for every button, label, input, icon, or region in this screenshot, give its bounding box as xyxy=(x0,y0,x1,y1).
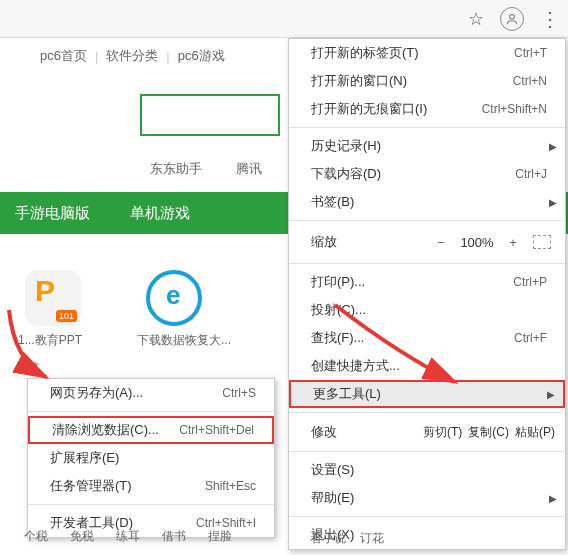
app-icon-recovery[interactable] xyxy=(146,270,202,326)
menu-item-create-shortcut[interactable]: 创建快捷方式... xyxy=(289,352,565,380)
tag-link[interactable]: 个税 xyxy=(20,525,52,547)
profile-avatar-icon[interactable] xyxy=(500,7,524,31)
tag-link[interactable]: 看小说 xyxy=(310,530,346,547)
menu-item-task-manager[interactable]: 任务管理器(T)Shift+Esc xyxy=(28,472,274,500)
menu-item-save-as[interactable]: 网页另存为(A)...Ctrl+S xyxy=(28,379,274,407)
chevron-right-icon: ▶ xyxy=(547,389,555,400)
menu-item-cast[interactable]: 投射(C)... xyxy=(289,296,565,324)
fullscreen-icon[interactable] xyxy=(533,235,551,249)
tag-link[interactable]: 练耳 xyxy=(112,525,144,547)
app-icon-ppt[interactable] xyxy=(25,270,81,326)
zoom-percent: 100% xyxy=(453,235,501,250)
site-nav-link[interactable]: pc6首页 xyxy=(40,47,87,65)
chevron-right-icon: ▶ xyxy=(549,493,557,504)
copy-button[interactable]: 复制(C) xyxy=(468,424,509,441)
menu-item-print[interactable]: 打印(P)...Ctrl+P xyxy=(289,268,565,296)
cut-button[interactable]: 剪切(T) xyxy=(423,424,462,441)
search-box[interactable] xyxy=(140,94,280,136)
menu-item-new-tab[interactable]: 打开新的标签页(T)Ctrl+T xyxy=(289,39,565,67)
helper-link[interactable]: 东东助手 xyxy=(150,161,202,176)
menu-item-help[interactable]: 帮助(E)▶ xyxy=(289,484,565,512)
menu-item-extensions[interactable]: 扩展程序(E) xyxy=(28,444,274,472)
menu-item-downloads[interactable]: 下载内容(D)Ctrl+J xyxy=(289,160,565,188)
chevron-right-icon: ▶ xyxy=(549,141,557,152)
paste-button[interactable]: 粘贴(P) xyxy=(515,424,555,441)
bookmark-star-icon[interactable]: ☆ xyxy=(468,8,484,30)
app-label: 下载数据恢复大... xyxy=(137,332,231,349)
category-tab[interactable]: 单机游戏 xyxy=(130,204,190,223)
bottom-tags: 个税 免税 练耳 借书 捏脸 xyxy=(20,525,236,547)
menu-item-incognito[interactable]: 打开新的无痕窗口(I)Ctrl+Shift+N xyxy=(289,95,565,123)
zoom-in-button[interactable]: + xyxy=(501,235,525,250)
bottom-tags: 看小说 订花 xyxy=(310,530,384,547)
chrome-menu-icon[interactable]: ⋮ xyxy=(540,7,558,31)
menu-item-more-tools[interactable]: 更多工具(L)▶ xyxy=(289,380,565,408)
tag-link[interactable]: 订花 xyxy=(360,530,384,547)
helper-link[interactable]: 腾讯 xyxy=(236,161,262,176)
zoom-out-button[interactable]: − xyxy=(429,235,453,250)
more-tools-submenu: 网页另存为(A)...Ctrl+S 清除浏览数据(C)...Ctrl+Shift… xyxy=(27,378,275,538)
chrome-main-menu: 打开新的标签页(T)Ctrl+T 打开新的窗口(N)Ctrl+N 打开新的无痕窗… xyxy=(288,38,566,550)
category-tab[interactable]: 手游电脑版 xyxy=(15,204,90,223)
site-nav-link[interactable]: pc6游戏 xyxy=(178,47,225,65)
menu-item-new-window[interactable]: 打开新的窗口(N)Ctrl+N xyxy=(289,67,565,95)
menu-item-edit: 修改 剪切(T) 复制(C) 粘贴(P) xyxy=(289,417,565,447)
app-label: 1...教育PPT xyxy=(18,332,82,349)
menu-item-bookmarks[interactable]: 书签(B)▶ xyxy=(289,188,565,216)
svg-point-0 xyxy=(510,14,515,19)
menu-item-settings[interactable]: 设置(S) xyxy=(289,456,565,484)
tag-link[interactable]: 借书 xyxy=(158,525,190,547)
menu-item-zoom: 缩放 − 100% + xyxy=(289,225,565,259)
chevron-right-icon: ▶ xyxy=(549,197,557,208)
tag-link[interactable]: 免税 xyxy=(66,525,98,547)
menu-item-clear-browsing-data[interactable]: 清除浏览数据(C)...Ctrl+Shift+Del xyxy=(28,416,274,444)
menu-item-history[interactable]: 历史记录(H)▶ xyxy=(289,132,565,160)
site-nav-link[interactable]: 软件分类 xyxy=(106,47,158,65)
menu-item-find[interactable]: 查找(F)...Ctrl+F xyxy=(289,324,565,352)
tag-link[interactable]: 捏脸 xyxy=(204,525,236,547)
